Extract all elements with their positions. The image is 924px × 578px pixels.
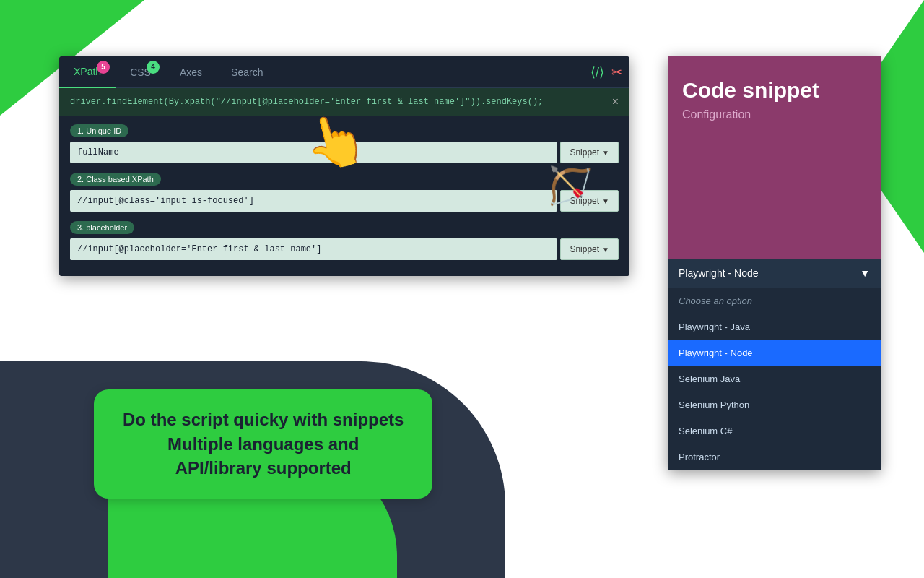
row-3-snippet-label: Snippet bbox=[570, 244, 599, 254]
dropdown-item-playwright-java[interactable]: Playwright - Java bbox=[668, 314, 881, 340]
row-3-snippet-arrow: ▼ bbox=[602, 246, 609, 254]
tab-icons: ⟨/⟩ ✂ bbox=[590, 64, 629, 80]
code-bar: driver.findElement(By.xpath("//input[@pl… bbox=[59, 88, 629, 116]
dropdown-selected[interactable]: Playwright - Node ▼ bbox=[668, 259, 881, 288]
row-2-input[interactable] bbox=[70, 190, 557, 212]
tab-css-badge: 4 bbox=[147, 61, 160, 74]
browser-panel: XPath 5 CSS 4 Axes Search ⟨/⟩ ✂ driver.f… bbox=[59, 56, 629, 276]
main-content: XPath 5 CSS 4 Axes Search ⟨/⟩ ✂ driver.f… bbox=[0, 0, 924, 578]
row-2-snippet-arrow: ▼ bbox=[602, 197, 609, 205]
dropdown-item-selenium-csharp[interactable]: Selenium C# bbox=[668, 418, 881, 444]
text-bubble-line2: Multiple languages and bbox=[123, 432, 404, 457]
dropdown-item-playwright-java-label: Playwright - Java bbox=[679, 322, 750, 332]
tab-css[interactable]: CSS 4 bbox=[116, 56, 165, 88]
dropdown-item-selenium-java-label: Selenium Java bbox=[679, 374, 740, 384]
text-bubble-line1: Do the script quicky with snippets bbox=[123, 407, 404, 432]
tab-bar: XPath 5 CSS 4 Axes Search ⟨/⟩ ✂ bbox=[59, 56, 629, 88]
xpath-row-1: 1. Unique ID Snippet ▼ bbox=[70, 124, 619, 163]
row-2-input-group: Snippet ▼ bbox=[70, 190, 619, 212]
tab-axes[interactable]: Axes bbox=[165, 56, 217, 88]
tab-search-label: Search bbox=[231, 66, 263, 78]
row-2-label: 2. Class based XPath bbox=[70, 173, 161, 186]
right-panel: Code snippet Configuration Playwright - … bbox=[668, 56, 881, 470]
right-panel-header: Code snippet Configuration bbox=[668, 56, 881, 259]
dropdown-item-placeholder[interactable]: Choose an option bbox=[668, 288, 881, 314]
dropdown-item-playwright-node-label: Playwright - Node bbox=[679, 348, 753, 358]
dropdown-list: Choose an option Playwright - Java Playw… bbox=[668, 288, 881, 470]
dropdown-item-protractor-label: Protractor bbox=[679, 452, 720, 462]
row-1-snippet-arrow: ▼ bbox=[602, 149, 609, 157]
dropdown-item-selenium-csharp-label: Selenium C# bbox=[679, 426, 732, 436]
close-button[interactable]: × bbox=[612, 95, 619, 108]
dropdown-item-selenium-python-label: Selenium Python bbox=[679, 400, 749, 410]
dropdown-selected-label: Playwright - Node bbox=[679, 267, 759, 279]
right-panel-title: Code snippet bbox=[682, 78, 866, 103]
tab-axes-label: Axes bbox=[180, 66, 202, 78]
xpath-row-2: 2. Class based XPath Snippet ▼ bbox=[70, 172, 619, 212]
row-3-label: 3. placeholder bbox=[70, 221, 134, 234]
row-1-label: 1. Unique ID bbox=[70, 124, 128, 137]
tab-xpath[interactable]: XPath 5 bbox=[59, 56, 116, 88]
row-3-input[interactable] bbox=[70, 238, 557, 260]
right-panel-subtitle: Configuration bbox=[682, 108, 866, 121]
dropdown-item-selenium-java[interactable]: Selenium Java bbox=[668, 366, 881, 392]
tab-xpath-badge: 5 bbox=[97, 61, 110, 74]
row-1-input-group: Snippet ▼ bbox=[70, 142, 619, 163]
chevron-down-icon: ▼ bbox=[860, 267, 870, 279]
text-bubble: Do the script quicky with snippets Multi… bbox=[94, 389, 432, 499]
dropdown-item-placeholder-label: Choose an option bbox=[679, 296, 752, 306]
right-panel-body: Playwright - Node ▼ Choose an option Pla… bbox=[668, 259, 881, 470]
dropdown-item-protractor[interactable]: Protractor bbox=[668, 444, 881, 470]
tab-search[interactable]: Search bbox=[217, 56, 277, 88]
code-line: driver.findElement(By.xpath("//input[@pl… bbox=[70, 97, 543, 107]
row-3-snippet-btn[interactable]: Snippet ▼ bbox=[560, 238, 619, 260]
dropdown-item-playwright-node[interactable]: Playwright - Node bbox=[668, 340, 881, 366]
row-2-snippet-btn[interactable]: Snippet ▼ bbox=[560, 190, 619, 212]
row-1-snippet-label: Snippet bbox=[570, 147, 599, 158]
row-1-input[interactable] bbox=[70, 142, 557, 163]
row-1-snippet-btn[interactable]: Snippet ▼ bbox=[560, 142, 619, 163]
code-icon[interactable]: ⟨/⟩ bbox=[590, 64, 604, 80]
text-bubble-line3: API/library supported bbox=[123, 456, 404, 480]
scissors-icon[interactable]: ✂ bbox=[611, 64, 622, 80]
xpath-rows: 1. Unique ID Snippet ▼ 2. Class based XP… bbox=[59, 116, 629, 276]
row-2-snippet-label: Snippet bbox=[570, 196, 599, 206]
dropdown-item-selenium-python[interactable]: Selenium Python bbox=[668, 392, 881, 418]
xpath-row-3: 3. placeholder Snippet ▼ bbox=[70, 220, 619, 260]
row-3-input-group: Snippet ▼ bbox=[70, 238, 619, 260]
